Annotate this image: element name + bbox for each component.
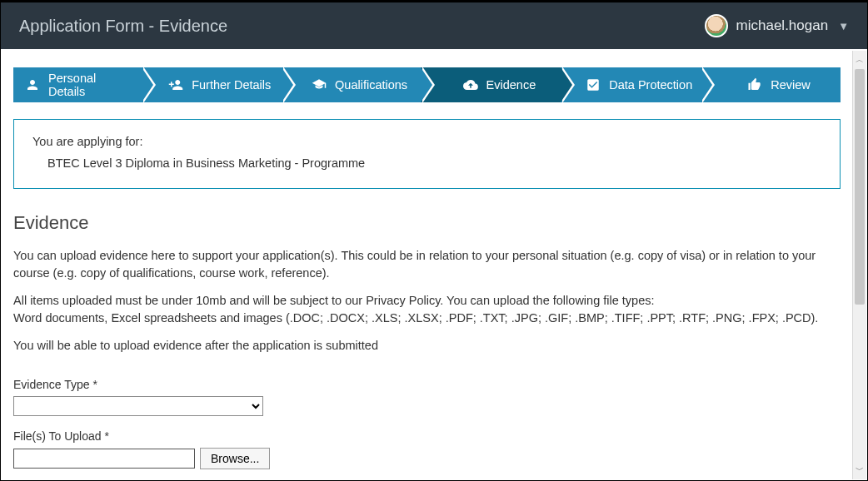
- files-label: File(s) To Upload *: [13, 429, 841, 443]
- content-area: Personal Details Further Details Qualifi…: [2, 51, 852, 479]
- info-program: BTEC Level 3 Diploma in Business Marketi…: [32, 156, 821, 170]
- step-evidence[interactable]: Evidence: [421, 67, 561, 102]
- cloud-upload-icon: [463, 77, 478, 92]
- evidence-type-row: Evidence Type *: [13, 378, 841, 416]
- step-qualifications[interactable]: Qualifications: [282, 67, 422, 102]
- step-label: Personal Details: [48, 72, 135, 98]
- person-icon: [25, 77, 40, 92]
- avatar: [705, 14, 728, 37]
- graduation-cap-icon: [312, 77, 327, 92]
- filetypes-line2: Word documents, Excel spreadsheets and i…: [13, 311, 818, 325]
- step-label: Further Details: [192, 78, 271, 92]
- page-title: Application Form - Evidence: [19, 17, 227, 36]
- chevron-down-icon: ▼: [838, 20, 849, 32]
- evidence-type-label: Evidence Type *: [13, 378, 841, 391]
- application-info-box: You are applying for: BTEC Level 3 Diplo…: [13, 119, 841, 189]
- intro-paragraph: You can upload evidence here to support …: [13, 247, 841, 282]
- scroll-down-icon[interactable]: ﹀: [853, 461, 866, 479]
- step-review[interactable]: Review: [701, 67, 841, 102]
- files-row: File(s) To Upload * Browse...: [13, 429, 841, 469]
- step-data-protection[interactable]: Data Protection: [561, 67, 701, 102]
- person-plus-icon: [168, 77, 183, 92]
- step-personal-details[interactable]: Personal Details: [13, 67, 142, 102]
- step-label: Evidence: [486, 78, 536, 92]
- scrollbar-track[interactable]: [853, 69, 866, 461]
- step-further-details[interactable]: Further Details: [142, 67, 282, 102]
- info-lead: You are applying for:: [32, 135, 821, 148]
- step-label: Data Protection: [609, 78, 692, 92]
- browse-button[interactable]: Browse...: [200, 448, 270, 469]
- scrollbar-thumb[interactable]: [855, 69, 865, 305]
- evidence-type-select[interactable]: [13, 396, 263, 416]
- step-label: Review: [771, 78, 811, 92]
- post-submit-note: You will be able to upload evidence afte…: [13, 337, 841, 355]
- check-square-icon: [586, 77, 601, 92]
- user-menu[interactable]: michael.hogan ▼: [705, 14, 849, 37]
- filetypes-line1: All items uploaded must be under 10mb an…: [13, 294, 654, 307]
- progress-stepper: Personal Details Further Details Qualifi…: [13, 67, 841, 102]
- files-path-input[interactable]: [13, 449, 195, 469]
- username: michael.hogan: [736, 17, 829, 34]
- filetypes-paragraph: All items uploaded must be under 10mb an…: [13, 292, 841, 327]
- vertical-scrollbar[interactable]: ︿ ﹀: [852, 51, 866, 479]
- step-label: Qualifications: [335, 78, 407, 92]
- top-bar: Application Form - Evidence michael.hoga…: [1, 1, 867, 49]
- scroll-up-icon[interactable]: ︿: [853, 51, 866, 69]
- section-heading: Evidence: [13, 212, 841, 234]
- thumbs-up-icon: [747, 77, 762, 92]
